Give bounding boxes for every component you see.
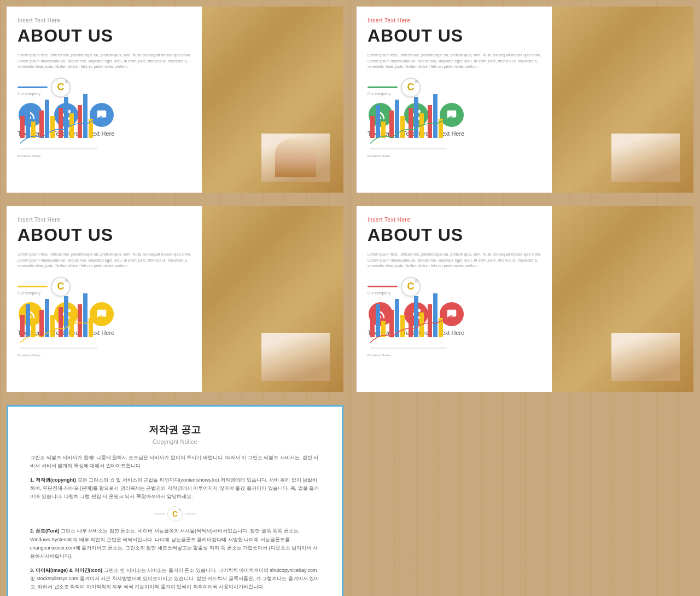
- svg-rect-72: [381, 321, 386, 337]
- slide-3-lorem: Lorem ipsum felis, ultrices nec, pellent…: [18, 252, 200, 269]
- slide-3-photo: [261, 333, 330, 381]
- svg-text:Business Name: Business Name: [368, 154, 391, 158]
- svg-rect-55: [59, 307, 63, 337]
- slide-4: Insert Text Here ABOUT US Lorem ipsum fe…: [357, 206, 693, 392]
- svg-rect-71: [376, 304, 380, 337]
- svg-rect-7: [20, 116, 25, 138]
- slide-1-insert: Insert Text Here: [18, 18, 200, 24]
- svg-rect-8: [26, 105, 30, 138]
- svg-rect-30: [381, 121, 386, 138]
- svg-rect-17: [83, 94, 88, 138]
- slide-2-line: [368, 86, 398, 88]
- svg-text:Our company: Our company: [368, 291, 391, 296]
- slide-4-title: ABOUT US: [368, 225, 550, 245]
- svg-rect-58: [78, 304, 82, 337]
- slide-4-chart: Our company Business Name: [365, 288, 471, 359]
- svg-rect-59: [83, 293, 88, 337]
- copyright-body: 그린소 씨블즈 서비서가 함께! 나중에 원하시 쏘즈님은 서비서가 없이어 주…: [30, 454, 320, 596]
- svg-rect-10: [39, 111, 44, 138]
- copyright-title: 저작권 공고: [30, 423, 320, 436]
- slide-3-chart: Our company Business Name: [15, 288, 121, 359]
- svg-rect-80: [433, 293, 438, 337]
- svg-text:Business Name: Business Name: [368, 354, 391, 357]
- svg-rect-14: [64, 97, 68, 138]
- slide-3-line: [18, 286, 48, 287]
- slide-1: Insert Text Here ABOUT US Lorem ipsum fe…: [7, 7, 343, 193]
- svg-rect-79: [428, 304, 432, 337]
- svg-rect-56: [64, 296, 68, 337]
- svg-rect-75: [400, 315, 405, 337]
- copyright-section3-title: 3. 아이씨(Image) & 아이간(Icon): [30, 568, 102, 573]
- empty-bottom-right: [350, 398, 700, 596]
- svg-rect-73: [389, 310, 394, 337]
- slide-2-lorem: Lorem ipsum felis, ultrices nec, pellent…: [368, 53, 550, 70]
- slide-2: Insert Text Here ABOUT US Lorem ipsum fe…: [357, 7, 693, 193]
- svg-rect-51: [31, 321, 36, 337]
- svg-rect-77: [414, 296, 418, 337]
- svg-rect-76: [409, 307, 413, 337]
- svg-rect-9: [31, 121, 36, 138]
- svg-rect-35: [414, 97, 418, 138]
- svg-rect-49: [20, 315, 25, 337]
- copyright-section1: 1. 저작권(copyright) 모든 그린소의 쇼 및 서비스의 근법들 티…: [30, 476, 320, 501]
- svg-rect-33: [400, 116, 405, 138]
- svg-text:Our company: Our company: [18, 291, 41, 296]
- slide-4-insert: Insert Text Here: [368, 217, 550, 223]
- svg-rect-52: [39, 310, 44, 337]
- slide-4-photo: [611, 333, 680, 381]
- svg-rect-16: [78, 105, 82, 138]
- svg-text:Our company: Our company: [18, 92, 41, 96]
- svg-rect-13: [59, 108, 63, 138]
- copyright-section2: 2. 폰트(Font) 그린소 내부 서비소는 잠깐 폰소는, 네이버 서능글쪽…: [30, 527, 320, 560]
- slide-2-photo: [611, 134, 680, 182]
- svg-rect-28: [370, 116, 375, 138]
- svg-rect-50: [26, 304, 30, 337]
- svg-rect-12: [50, 116, 55, 138]
- slide-2-chart: Our company Business Name: [365, 89, 471, 160]
- svg-text:Our company: Our company: [368, 92, 391, 96]
- slide-1-line: [18, 86, 48, 88]
- slide-2-title: ABOUT US: [368, 26, 550, 46]
- copyright-section2-title: 2. 폰트(Font): [30, 528, 60, 534]
- svg-rect-34: [409, 108, 413, 138]
- slide-3-insert: Insert Text Here: [18, 217, 200, 223]
- svg-text:Business Name: Business Name: [18, 154, 41, 158]
- svg-text:Business Name: Business Name: [18, 354, 41, 357]
- copyright-section1-title: 1. 저작권(copyright): [30, 477, 76, 483]
- slide-2-insert: Insert Text Here: [368, 18, 550, 24]
- copyright-intro: 그린소 씨블즈 서비서가 함께! 나중에 원하시 쏘즈님은 서비서가 없이어 주…: [30, 454, 320, 471]
- slide-1-chart: Our company Business Name: [15, 89, 121, 160]
- slide-4-line: [368, 286, 398, 287]
- copyright-section3: 3. 아이씨(Image) & 아이간(Icon) 그린소 씬 서비소는 서비소…: [30, 566, 320, 592]
- slide-1-lorem: Lorem ipsum felis, ultrices nec, pellent…: [18, 53, 200, 70]
- slide-1-photo: [261, 134, 330, 182]
- slide-1-title: ABOUT US: [18, 26, 200, 46]
- copyright-logo: C®: [30, 506, 320, 522]
- slide-3: Insert Text Here ABOUT US Lorem ipsum fe…: [7, 206, 343, 392]
- svg-rect-54: [50, 315, 55, 337]
- slide-3-title: ABOUT US: [18, 225, 200, 245]
- svg-rect-29: [376, 105, 380, 138]
- svg-rect-38: [433, 94, 438, 138]
- copyright-panel: 저작권 공고 Copyright Notice 그린소 씨블즈 서비서가 함께!…: [7, 405, 343, 596]
- copyright-section2-body: 그린소 내부 서비소는 잠깐 폰소는, 네이버 서능글쪽의 서사물(씩씩서)서비…: [30, 528, 318, 559]
- svg-rect-31: [389, 111, 394, 138]
- slide-4-lorem: Lorem ipsum felis, ultrices nec, pellent…: [368, 252, 550, 269]
- svg-rect-70: [370, 315, 375, 337]
- svg-rect-37: [428, 105, 432, 138]
- copyright-subtitle: Copyright Notice: [30, 438, 320, 445]
